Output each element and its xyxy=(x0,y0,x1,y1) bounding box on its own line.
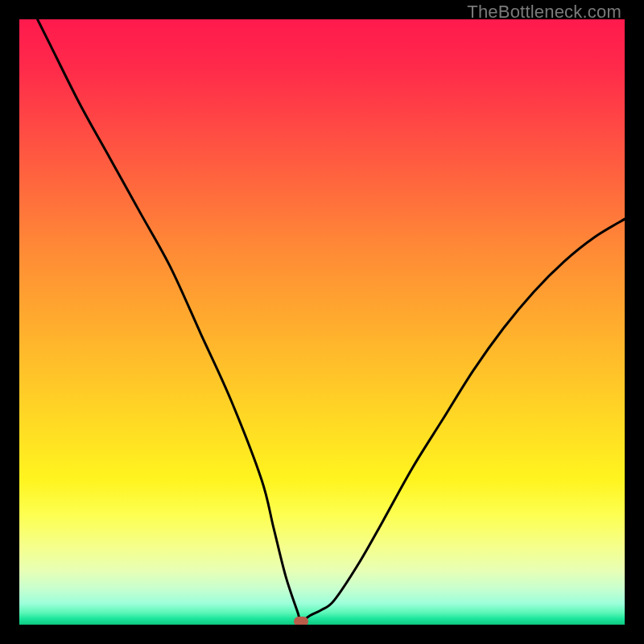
bottleneck-curve xyxy=(19,19,625,625)
plot-area xyxy=(19,19,625,625)
chart-frame: TheBottleneck.com xyxy=(0,0,644,644)
optimal-point-marker xyxy=(294,617,308,625)
